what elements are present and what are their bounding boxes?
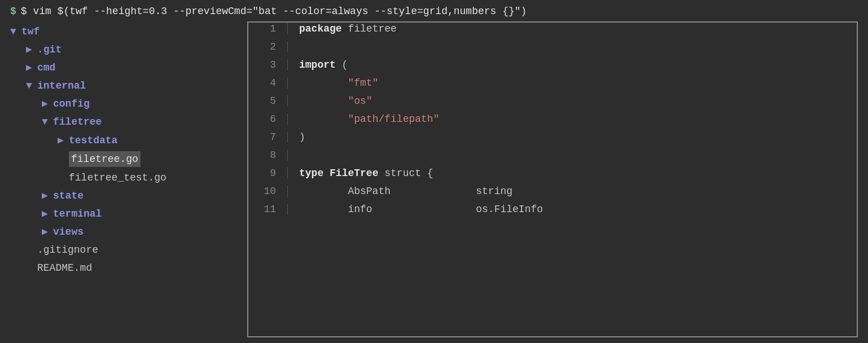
str-filepath: "path/filepath" xyxy=(348,113,439,125)
code-line-5: 5 "os" xyxy=(248,95,857,113)
line-num-5: 5 xyxy=(248,95,288,107)
internal-arrow: ▼ xyxy=(26,78,37,93)
main-area: ▼ twf ▶ .git ▶ cmd ▼ internal ▶ config xyxy=(10,21,858,337)
kw-package: package xyxy=(299,23,342,34)
line-num-1: 1 xyxy=(248,23,288,34)
tree-item-gitignore[interactable]: .gitignore xyxy=(10,241,236,259)
code-content: 1 package filetree 2 3 import ( xyxy=(248,23,857,336)
code-line-4: 4 "fmt" xyxy=(248,77,857,95)
plain-11: info os.FileInfo xyxy=(299,204,543,215)
gitignore-label: .gitignore xyxy=(37,243,98,257)
line-num-9: 9 xyxy=(248,168,288,179)
code-line-3: 3 import ( xyxy=(248,59,857,77)
line-code-10: AbsPath string xyxy=(288,186,857,197)
state-arrow: ▶ xyxy=(42,188,53,203)
filetree-dir-arrow: ▼ xyxy=(42,115,53,129)
code-line-11: 11 info os.FileInfo xyxy=(248,203,857,221)
code-line-6: 6 "path/filepath" xyxy=(248,113,857,131)
code-line-1: 1 package filetree xyxy=(248,23,857,41)
filetree-test-go-label: filetree_test.go xyxy=(69,170,166,185)
testdata-arrow: ▶ xyxy=(58,133,69,148)
kw-type: type xyxy=(299,168,323,179)
config-arrow: ▶ xyxy=(42,96,53,111)
str-os: "os" xyxy=(348,95,372,107)
tree-item-state[interactable]: ▶ state xyxy=(10,187,236,205)
terminal-window: $ $ vim $(twf --height=0.3 --previewCmd=… xyxy=(0,0,868,343)
git-arrow: ▶ xyxy=(26,42,37,57)
cmd-arrow: ▶ xyxy=(26,60,37,75)
plain-5-indent xyxy=(299,95,348,107)
internal-label: internal xyxy=(37,78,86,93)
file-tree-panel: ▼ twf ▶ .git ▶ cmd ▼ internal ▶ config xyxy=(10,21,236,337)
tree-item-filetree-dir[interactable]: ▼ filetree xyxy=(10,113,236,131)
command-text: $ vim $(twf --height=0.3 --previewCmd="b… xyxy=(21,6,527,17)
line-num-7: 7 xyxy=(248,131,288,143)
plain-6-indent xyxy=(299,113,348,125)
filetree-test-go-arrow xyxy=(58,170,69,185)
line-code-9: type FileTree struct { xyxy=(288,168,857,179)
git-label: .git xyxy=(37,42,62,57)
tree-item-testdata[interactable]: ▶ testdata xyxy=(10,131,236,149)
plain-3: ( xyxy=(336,59,348,71)
readme-label: README.md xyxy=(37,261,92,275)
code-line-2: 2 xyxy=(248,41,857,59)
line-num-6: 6 xyxy=(248,113,288,125)
code-line-9: 9 type FileTree struct { xyxy=(248,167,857,185)
plain-4-indent xyxy=(299,77,348,89)
plain-10: AbsPath string xyxy=(299,186,512,197)
line-num-10: 10 xyxy=(248,186,288,197)
filetree-dir-label: filetree xyxy=(53,115,102,129)
plain-7: ) xyxy=(299,131,305,143)
tree-item-filetree-test-go[interactable]: filetree_test.go xyxy=(10,169,236,187)
line-num-8: 8 xyxy=(248,149,288,161)
root-arrow: ▼ xyxy=(10,24,21,39)
line-num-3: 3 xyxy=(248,59,288,71)
line-num-2: 2 xyxy=(248,41,288,52)
code-line-10: 10 AbsPath string xyxy=(248,185,857,203)
views-arrow: ▶ xyxy=(42,225,53,239)
views-label: views xyxy=(53,225,84,239)
tree-item-git[interactable]: ▶ .git xyxy=(10,41,236,59)
line-code-1: package filetree xyxy=(288,23,857,34)
type-filetree: FileTree xyxy=(330,168,378,179)
terminal-label: terminal xyxy=(53,206,102,221)
code-line-8: 8 xyxy=(248,149,857,167)
testdata-label: testdata xyxy=(69,133,117,148)
str-fmt: "fmt" xyxy=(348,77,378,89)
tree-item-internal[interactable]: ▼ internal xyxy=(10,77,236,95)
tree-item-views[interactable]: ▶ views xyxy=(10,223,236,241)
line-code-7: ) xyxy=(288,131,857,143)
line-code-3: import ( xyxy=(288,59,857,71)
line-code-11: info os.FileInfo xyxy=(288,204,857,215)
line-code-6: "path/filepath" xyxy=(288,113,857,125)
plain-9a xyxy=(323,168,330,179)
filetree-go-arrow xyxy=(58,152,69,166)
preview-panel: 1 package filetree 2 3 import ( xyxy=(247,21,858,337)
state-label: state xyxy=(53,188,84,203)
tree-root[interactable]: ▼ twf xyxy=(10,23,236,41)
line-code-5: "os" xyxy=(288,95,857,107)
kw-import: import xyxy=(299,59,336,71)
filetree-go-label: filetree.go xyxy=(69,151,141,167)
root-label: twf xyxy=(21,24,40,39)
line-num-4: 4 xyxy=(248,77,288,89)
config-label: config xyxy=(53,96,90,111)
code-line-7: 7 ) xyxy=(248,131,857,149)
readme-arrow xyxy=(26,261,37,275)
tree-item-filetree-go[interactable]: filetree.go xyxy=(10,149,236,169)
command-line: $ $ vim $(twf --height=0.3 --previewCmd=… xyxy=(10,6,858,17)
line-num-11: 11 xyxy=(248,204,288,215)
tree-item-cmd[interactable]: ▶ cmd xyxy=(10,59,236,77)
line-code-4: "fmt" xyxy=(288,77,857,89)
tree-item-terminal[interactable]: ▶ terminal xyxy=(10,205,236,223)
tree-item-readme[interactable]: README.md xyxy=(10,259,236,277)
cmd-label: cmd xyxy=(37,60,55,75)
plain-1: filetree xyxy=(342,23,397,34)
gitignore-arrow xyxy=(26,243,37,257)
prompt-dollar: $ xyxy=(10,6,16,17)
terminal-arrow: ▶ xyxy=(42,206,53,221)
plain-9b: struct { xyxy=(378,168,433,179)
tree-item-config[interactable]: ▶ config xyxy=(10,95,236,113)
